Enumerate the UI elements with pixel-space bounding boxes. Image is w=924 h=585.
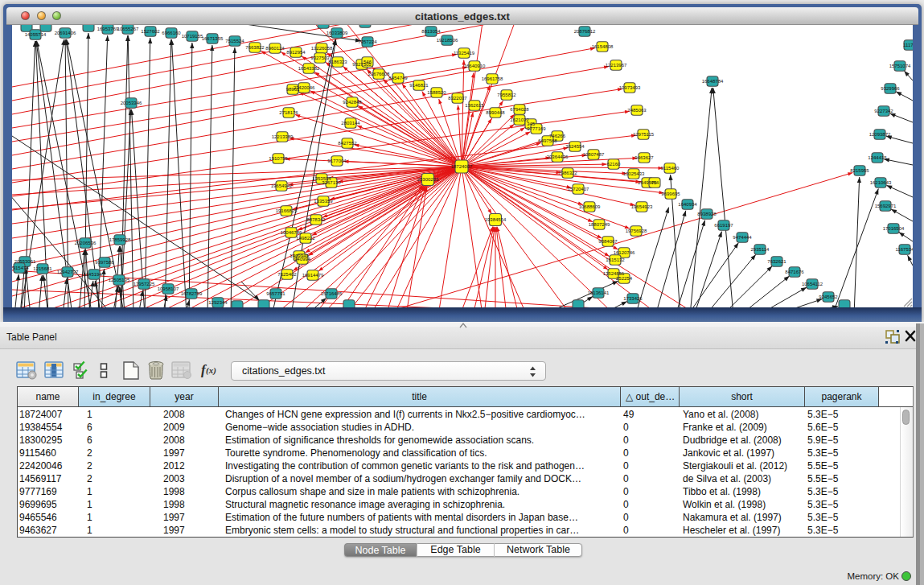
svg-text:16914479: 16914479	[302, 273, 324, 278]
svg-text:16543382: 16543382	[298, 66, 320, 71]
svg-text:1527602: 1527602	[141, 29, 160, 34]
svg-text:1167534: 1167534	[896, 247, 913, 252]
svg-text:20053346: 20053346	[121, 101, 142, 105]
svg-text:1640934: 1640934	[678, 202, 697, 207]
svg-text:1335359: 1335359	[314, 199, 333, 204]
svg-text:9463627: 9463627	[634, 155, 654, 160]
svg-text:1498222: 1498222	[296, 236, 315, 241]
svg-text:8322037: 8322037	[448, 96, 467, 101]
svg-text:15720407: 15720407	[568, 187, 589, 192]
svg-text:9084067: 9084067	[598, 239, 618, 244]
svg-text:546: 546	[363, 60, 372, 64]
svg-text:6497568: 6497568	[538, 138, 557, 143]
svg-text:19654942: 19654942	[271, 183, 293, 188]
svg-text:20364436: 20364436	[547, 154, 569, 159]
svg-text:7515524: 7515524	[225, 39, 244, 43]
svg-text:1362615: 1362615	[465, 103, 484, 108]
svg-text:9397588: 9397588	[95, 260, 114, 265]
svg-text:16782759: 16782759	[181, 291, 203, 296]
svg-text:(x): (x)	[206, 365, 216, 376]
svg-text:6966160: 6966160	[162, 31, 181, 35]
svg-text:19218506: 19218506	[437, 38, 458, 43]
svg-text:8813054: 8813054	[421, 29, 441, 34]
svg-text:16120746: 16120746	[614, 250, 635, 255]
svg-text:19654923: 19654923	[631, 204, 653, 209]
svg-text:11325419: 11325419	[454, 51, 475, 56]
svg-text:10719155: 10719155	[182, 34, 203, 39]
svg-text:9115460: 9115460	[661, 166, 680, 171]
svg-text:9177004: 9177004	[327, 159, 347, 163]
svg-text:7357224: 7357224	[358, 39, 377, 44]
svg-text:3915474: 3915474	[12, 266, 29, 270]
svg-text:10655267: 10655267	[117, 27, 139, 31]
svg-text:15692971: 15692971	[875, 204, 897, 208]
svg-text:16953769: 16953769	[97, 27, 119, 31]
svg-text:16671355: 16671355	[202, 36, 224, 41]
svg-text:10807487: 10807487	[583, 152, 605, 157]
svg-text:8471676: 8471676	[785, 270, 804, 274]
svg-text:11451947: 11451947	[84, 272, 105, 277]
svg-text:7986322: 7986322	[558, 171, 577, 175]
svg-text:7625402: 7625402	[277, 272, 297, 277]
svg-text:1588520: 1588520	[427, 90, 446, 95]
svg-text:8938928: 8938928	[697, 212, 717, 216]
svg-text:6619197: 6619197	[714, 223, 733, 228]
svg-text:2718176: 2718176	[279, 110, 298, 115]
svg-text:1615132: 1615132	[606, 257, 625, 262]
svg-text:9329966: 9329966	[881, 86, 900, 91]
svg-text:16033809: 16033809	[326, 31, 348, 35]
svg-text:16154808: 16154808	[592, 44, 614, 49]
svg-text:8990448: 8990448	[486, 110, 505, 115]
svg-text:20553061: 20553061	[14, 259, 36, 264]
svg-text:7955812: 7955812	[497, 93, 516, 97]
svg-text:252254: 252254	[616, 276, 633, 281]
svg-text:17957225: 17957225	[133, 282, 155, 286]
svg-text:19384554: 19384554	[485, 217, 507, 222]
svg-text:9777169: 9777169	[527, 126, 546, 131]
svg-text:12093872: 12093872	[869, 132, 891, 137]
svg-text:8454749: 8454749	[388, 76, 408, 80]
svg-text:13226058: 13226058	[311, 46, 333, 51]
svg-text:19166825: 19166825	[276, 208, 298, 213]
svg-text:10046786: 10046786	[281, 230, 302, 235]
svg-text:9242848: 9242848	[343, 100, 362, 105]
svg-text:16210643: 16210643	[870, 180, 892, 185]
svg-text:9327503: 9327503	[310, 56, 330, 60]
svg-text:20206536: 20206536	[75, 241, 97, 245]
svg-text:10025433: 10025433	[623, 171, 645, 176]
svg-text:15716485: 15716485	[321, 291, 343, 296]
svg-text:12213967: 12213967	[606, 63, 627, 68]
svg-text:23676608: 23676608	[368, 72, 390, 76]
svg-text:1215681: 1215681	[33, 266, 52, 271]
svg-text:10973493: 10973493	[619, 85, 641, 90]
svg-text:8960124: 8960124	[265, 46, 285, 51]
svg-text:1353594: 1353594	[312, 176, 331, 181]
svg-text:18724007: 18724007	[451, 164, 473, 169]
svg-text:15751074: 15751074	[889, 64, 911, 68]
svg-text:12213389: 12213389	[272, 134, 294, 139]
svg-text:10688609: 10688609	[579, 204, 601, 209]
svg-text:20876812: 20876812	[574, 29, 596, 34]
svg-text:17016504: 17016504	[883, 226, 905, 231]
svg-text:16961758: 16961758	[482, 76, 503, 81]
svg-text:98961: 98961	[286, 87, 300, 92]
svg-text:9657791: 9657791	[266, 291, 285, 296]
svg-text:14055714: 14055714	[25, 32, 47, 37]
svg-text:8878342: 8878342	[306, 217, 326, 222]
svg-text:8186323: 8186323	[328, 60, 347, 64]
svg-text:6794028: 6794028	[510, 107, 529, 112]
svg-text:12505135: 12505135	[109, 278, 130, 282]
svg-text:12975115: 12975115	[633, 132, 655, 137]
svg-text:10958107: 10958107	[158, 286, 179, 291]
svg-text:11174: 11174	[903, 43, 913, 47]
svg-text:940994: 940994	[294, 257, 311, 262]
svg-text:8215955: 8215955	[850, 168, 869, 173]
svg-text:1292344: 1292344	[208, 300, 228, 305]
svg-text:9146821: 9146821	[409, 83, 429, 88]
svg-text:19756928: 19756928	[626, 229, 647, 233]
svg-text:10654112: 10654112	[802, 282, 823, 286]
svg-text:9245652: 9245652	[819, 295, 838, 299]
svg-text:7663822: 7663822	[245, 45, 265, 50]
svg-text:2803144: 2803144	[341, 121, 360, 126]
svg-text:1733426: 1733426	[623, 296, 643, 301]
